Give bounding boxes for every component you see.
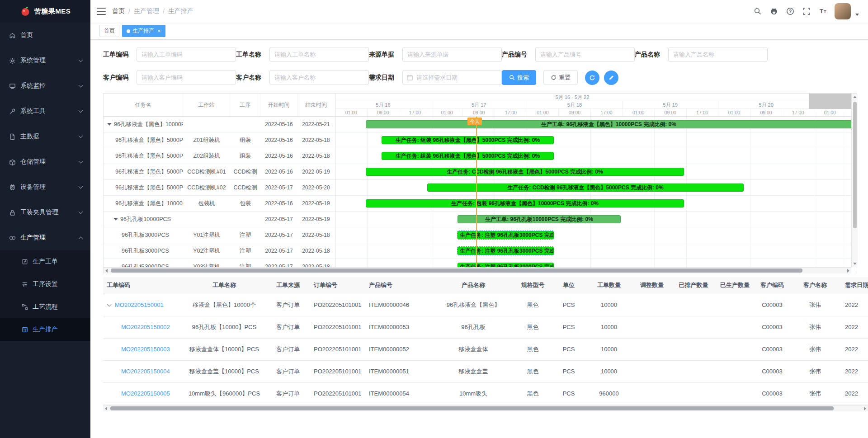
sidebar-item-home[interactable]: 首页 [0,23,90,48]
calendar-icon [406,74,413,81]
gantt-row[interactable]: 96孔移液盒【黑色】5000PCS Z02组装机 组装 2022-05-16 2… [104,148,335,164]
gantt-vertical-scrollbar[interactable] [851,94,858,267]
gantt-timeline-header: 5月 16 - 5月 22 5月 16 5月 17 5月 18 5月 19 5月… [335,94,851,117]
avatar[interactable] [835,3,851,19]
gantt-row[interactable]: 96孔孔板3000PCS Y02注塑机 注塑 2022-05-17 2022-0… [104,243,335,259]
gantt-bar-task[interactable]: 生产任务: 组装 96孔移液盒【黑色】5000PCS 完成比例: 0% [382,152,554,160]
gantt-row[interactable]: 96孔孔板10000PCS 2022-05-17 2022-05-19 [104,212,335,227]
scroll-left-arrow-icon[interactable] [105,407,107,410]
scroll-right-arrow-icon[interactable] [864,407,866,410]
breadcrumb-production-mgmt[interactable]: 生产管理 [134,7,159,15]
sidebar-item-fixture[interactable]: 工装夹具管理 [0,200,90,225]
sidebar-item-equipment[interactable]: 设备管理 [0,174,90,200]
order-code-input[interactable] [137,47,236,62]
orders-horizontal-scrollbar[interactable] [103,405,868,411]
gantt-row[interactable]: 96孔孔板3000PCS Y03注塑机 注塑 2022-05-17 2022-0… [104,259,335,267]
lock-icon [9,209,16,216]
sidebar-item-process-flow[interactable]: 工艺流程 [0,296,90,318]
refresh-button[interactable] [585,71,599,85]
gantt-bar-task[interactable]: 生产任务: 组装 96孔移液盒【黑色】5000PCS 完成比例: 0% [382,136,554,144]
wrench-icon [9,108,16,115]
gantt-chart-row: 生产工单: 96孔移液盒【黑色】10000PCS 完成比例: 0% [335,117,851,132]
gantt-bar-task[interactable]: 生产任务: CCD检测 96孔移液盒【黑色】5000PCS 完成比例: 0% [366,168,684,176]
filter-product-name: 产品名称 [635,47,768,62]
gantt-row[interactable]: 96孔移液盒【黑色】5000PCS CCD检测机#01 CCD检测 2022-0… [104,164,335,180]
gantt-chart-row: 生产任务: 组装 96孔移液盒【黑色】5000PCS 完成比例: 0% [335,132,851,148]
chevron-up-icon [79,236,83,241]
order-code-link[interactable]: MO202205150004 [121,368,170,375]
order-row[interactable]: MO202205150005 10mm吸头【960000】PCS 客户订单 PO… [103,382,868,405]
sidebar-item-system-mgmt[interactable]: 系统管理 [0,48,90,73]
gantt-row[interactable]: 96孔移液盒【黑色】10000PCS 2022-05-16 2022-05-21 [104,117,335,132]
search-button[interactable]: 搜索 [502,70,536,85]
gantt-row[interactable]: 96孔移液盒【黑色】5000PCS Z01组装机 组装 2022-05-16 2… [104,132,335,148]
tab-home[interactable]: 首页 [99,25,119,37]
order-row[interactable]: MO202205150004 移液盒盒盖【10000】PCS 客户订单 PO20… [103,360,868,382]
gantt-horizontal-scrollbar-thumb[interactable] [111,268,802,273]
sidebar-item-production[interactable]: 生产管理 [0,225,90,250]
gantt-bar-workorder[interactable]: 生产工单: 96孔孔板10000PCS 完成比例: 0% [458,215,621,223]
gantt-row[interactable]: 96孔孔板3000PCS Y01注塑机 注塑 2022-05-17 2022-0… [104,227,335,243]
gantt-row[interactable]: 96孔移液盒【黑色】5000PCS CCD检测机#02 CCD检测 2022-0… [104,180,335,196]
sidebar-item-warehouse[interactable]: 仓储管理 [0,149,90,174]
filter-row-1: 工单编码 工单名称 来源单据 产品编号 产品名称 [103,47,868,62]
order-name-input[interactable] [269,47,369,62]
help-icon[interactable]: ? [786,7,795,16]
gantt-bar-task[interactable]: 生产任务: 注塑 96孔孔板3000PCS 完成比例: 0% [458,231,554,239]
customer-name-input[interactable] [269,70,369,85]
collapse-caret-icon[interactable] [113,218,118,221]
order-code-link[interactable]: MO202205150001 [115,301,164,308]
sidebar-item-production-scheduling[interactable]: 生产排产 [0,318,90,341]
sidebar: 苦糖果MES 首页 系统管理 系统监控 系统工具 [0,0,90,438]
sidebar-item-system-tools[interactable]: 系统工具 [0,99,90,124]
font-size-icon[interactable]: TT [818,7,827,16]
source-doc-input[interactable] [402,47,502,62]
product-name-input[interactable] [668,47,768,62]
expand-row-icon[interactable] [107,302,112,306]
order-code-link[interactable]: MO202205150005 [121,390,170,397]
sidebar-item-process-settings[interactable]: 工序设置 [0,273,90,296]
close-icon[interactable]: × [157,28,161,34]
hamburger-menu-icon[interactable] [97,8,106,15]
scroll-up-arrow-icon[interactable] [853,96,857,98]
product-code-input[interactable] [535,47,635,62]
order-row[interactable]: MO202205150002 96孔孔板【10000】PCS 客户订单 PO20… [103,316,868,338]
scroll-right-arrow-icon[interactable] [847,269,849,273]
sidebar-item-master-data[interactable]: 主数据 [0,124,90,149]
gantt-chart-row: 生产任务: 包装 96孔移液盒【黑色】10000PCS 完成比例: 0% [335,196,851,212]
demand-date-input[interactable] [402,70,502,85]
gantt-vertical-scrollbar-thumb[interactable] [853,102,857,228]
customer-code-input[interactable] [137,70,236,85]
sidebar-item-system-monitor[interactable]: 系统监控 [0,73,90,99]
gantt-chart-row: 生产任务: CCD检测 96孔移液盒【黑色】5000PCS 完成比例: 0% [335,164,851,180]
order-row[interactable]: MO202205150001 移液盒【黑色】10000个 客户订单 PO2022… [103,294,868,316]
edit-button[interactable] [604,71,618,85]
gantt-bar-task[interactable]: 生产任务: 包装 96孔移液盒【黑色】10000PCS 完成比例: 0% [366,199,684,207]
gantt-row[interactable]: 96孔移液盒【黑色】10000PCS 包装机 包装 2022-05-16 202… [104,196,335,212]
sidebar-item-production-order[interactable]: 生产工单 [0,250,90,273]
fullscreen-icon[interactable] [802,7,811,16]
active-dot-icon [127,29,130,33]
gantt-bar-workorder[interactable]: 生产工单: 96孔移液盒【黑色】10000PCS 完成比例: 0% [366,120,851,128]
gantt-horizontal-scrollbar[interactable] [104,267,851,273]
gantt-bar-task[interactable]: 生产任务: 注塑 96孔孔板3000PCS 完成比例: 0% [458,263,554,267]
reset-button[interactable]: 重置 [543,70,578,85]
gantt-bar-task[interactable]: 生产任务: CCD检测 96孔移液盒【黑色】5000PCS 完成比例: 0% [427,184,744,192]
order-code-link[interactable]: MO202205150002 [121,324,170,330]
collapse-caret-icon[interactable] [107,123,112,126]
calendar-grid-icon [22,326,28,333]
breadcrumb-home[interactable]: 首页 [112,7,125,15]
order-row[interactable]: MO202205150003 移液盒盒体【10000】PCS 客户订单 PO20… [103,338,868,360]
search-icon[interactable] [753,7,762,16]
user-caret-icon[interactable] [855,14,859,16]
order-code-link[interactable]: MO202205150003 [121,346,170,353]
scroll-left-arrow-icon[interactable] [105,269,108,273]
gantt-chart-row: 生产任务: CCD检测 96孔移液盒【黑色】5000PCS 完成比例: 0% [335,180,851,196]
orders-horizontal-scrollbar-thumb[interactable] [110,406,834,410]
github-icon[interactable] [769,7,778,16]
gantt-bar-task[interactable]: 生产任务: 注塑 96孔孔板3000PCS 完成比例: 0% [458,247,554,255]
page-content: 工单编码 工单名称 来源单据 产品编号 产品名称 [90,40,868,438]
tab-production-scheduling[interactable]: 生产排产 × [122,25,165,37]
scroll-down-arrow-icon[interactable] [853,263,857,265]
filter-product-code: 产品编号 [502,47,635,62]
